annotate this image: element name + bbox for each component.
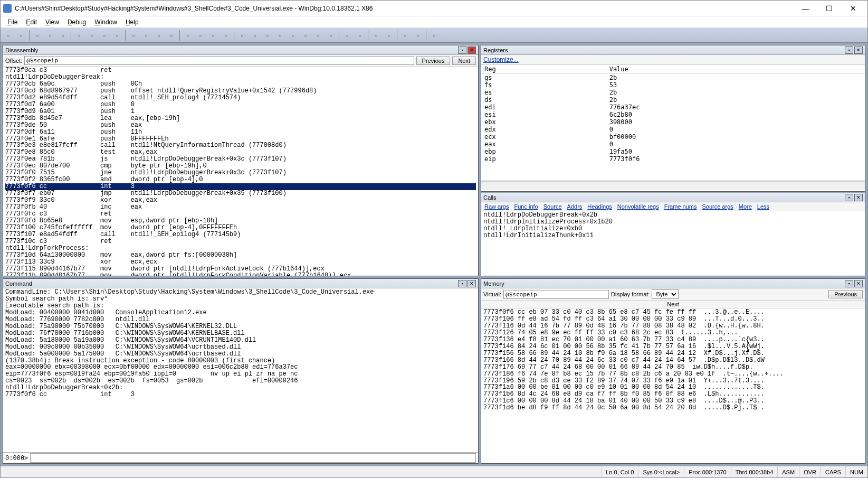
toolbar-win7-icon[interactable]: ▫	[312, 30, 324, 41]
panel-menu-icon[interactable]: ▪	[845, 194, 853, 201]
disasm-line[interactable]: ntdll!LdrpForkProcess:	[5, 245, 476, 252]
menu-file[interactable]: File	[3, 17, 22, 27]
register-row[interactable]: edx0	[481, 126, 865, 133]
disasm-line[interactable]: 7773f113 33c9 xor ecx,ecx	[5, 259, 476, 266]
disasm-line[interactable]: 7773f10d 64a130000000 mov eax,dword ptr …	[5, 252, 476, 259]
panel-close-icon[interactable]: ✕	[854, 46, 863, 54]
disasm-line[interactable]: 7773f100 c745fcfeffffff mov dword ptr [e…	[5, 224, 476, 231]
command-output[interactable]: CommandLine: C:\Users\Shin\Desktop\Study…	[3, 288, 478, 452]
toolbar-step-over-icon[interactable]: ▫	[140, 30, 152, 41]
menu-debug[interactable]: Debug	[63, 17, 90, 27]
toolbar-mem-icon[interactable]: ▫	[370, 30, 382, 41]
calls-link-less[interactable]: Less	[757, 203, 769, 210]
register-row[interactable]: ecxbf00000	[481, 133, 865, 140]
register-row[interactable]: fs53	[481, 81, 865, 89]
menu-help[interactable]: Help	[121, 17, 143, 27]
disasm-line[interactable]: 7773f0d7 6a00 push 0	[5, 101, 476, 108]
toolbar-win6-icon[interactable]: ▫	[300, 30, 311, 41]
disasm-line[interactable]: 7773f0ca c3 ret	[5, 67, 476, 74]
toolbar-stop-icon[interactable]: ▫	[99, 30, 110, 41]
menu-window[interactable]: Window	[90, 17, 121, 27]
virtual-input[interactable]	[503, 290, 609, 299]
panel-close-icon[interactable]: ✕	[854, 280, 863, 287]
toolbar-new-icon[interactable]: ▫	[354, 30, 366, 41]
toolbar-win2-icon[interactable]: ▫	[249, 30, 261, 41]
toolbar-paste-icon[interactable]: ▫	[57, 30, 69, 41]
maximize-button[interactable]: ☐	[817, 1, 841, 16]
toolbar-win5-icon[interactable]: ▫	[287, 30, 299, 41]
toolbar-font-icon[interactable]: ▫	[399, 30, 411, 41]
registers-hscroll[interactable]	[481, 181, 865, 190]
register-row[interactable]: eip7773f0f6	[481, 155, 865, 163]
toolbar-mem2-icon[interactable]: ▫	[383, 30, 395, 41]
registers-table[interactable]: Reg Value gs2bfs53es2bds2bedi776a37ecesi…	[481, 65, 865, 181]
register-row[interactable]: ebp19fa50	[481, 148, 865, 155]
disasm-line[interactable]: 7773f0fd 8b65e8 mov esp,dword ptr [ebp-1…	[5, 218, 476, 224]
toolbar-bp2-icon[interactable]: ▫	[195, 30, 206, 41]
toolbar-break-icon[interactable]: ▫	[111, 30, 123, 41]
toolbar-step-out-icon[interactable]: ▫	[153, 30, 165, 41]
calls-link-frame-nums[interactable]: Frame nums	[664, 203, 697, 210]
toolbar-win3-icon[interactable]: ▫	[262, 30, 273, 41]
toolbar-step-into-icon[interactable]: ▫	[128, 30, 139, 41]
calls-link-addrs[interactable]: Addrs	[567, 203, 583, 210]
memory-body[interactable]: 7773f0f6 cc eb 07 33 c0 40 c3 8b 65 e8 c…	[481, 308, 865, 463]
calls-link-source[interactable]: Source	[543, 203, 562, 210]
disassembly-body[interactable]: 7773f0ca c3 retntdll!LdrpDoDebuggerBreak…	[3, 67, 478, 276]
close-button[interactable]: ✕	[841, 1, 865, 16]
register-row[interactable]: ds2b	[481, 96, 865, 104]
disasm-line[interactable]: ntdll!LdrpDoDebuggerBreak:	[5, 74, 476, 81]
toolbar-run-to-icon[interactable]: ▫	[166, 30, 177, 41]
calls-link-source-args[interactable]: Source args	[702, 203, 733, 210]
menu-edit[interactable]: Edit	[22, 17, 41, 27]
panel-menu-icon[interactable]: ▪	[845, 46, 853, 54]
panel-menu-icon[interactable]: ▪	[458, 46, 466, 54]
toolbar-win8-icon[interactable]: ▫	[325, 30, 337, 41]
disasm-line[interactable]: 7773f0cb 6a0c push 0Ch	[5, 81, 476, 88]
menu-view[interactable]: View	[41, 17, 63, 27]
toolbar-cut-icon[interactable]: ▫	[32, 30, 43, 41]
calls-link-more[interactable]: More	[739, 203, 752, 210]
disasm-line[interactable]: 7773f0cd 68d8967977 push offset ntdll!Qu…	[5, 88, 476, 95]
calls-link-headings[interactable]: Headings	[587, 203, 612, 210]
minimize-button[interactable]: —	[794, 1, 817, 16]
memory-next-button[interactable]: Next	[481, 301, 865, 308]
memory-prev-button[interactable]: Previous	[828, 290, 863, 298]
offset-input[interactable]	[24, 56, 414, 65]
toolbar-src-icon[interactable]: ▫	[220, 30, 232, 41]
panel-menu-icon[interactable]: ▪	[845, 280, 853, 287]
toolbar-cmd-icon[interactable]: ▫	[341, 30, 353, 41]
disasm-line[interactable]: 7773f0d2 e89d54fdff call ntdll!_SEH_prol…	[5, 95, 476, 101]
calls-link-raw-args[interactable]: Raw args	[484, 203, 509, 210]
register-row[interactable]: eax0	[481, 140, 865, 148]
customize-link[interactable]: Customize...	[483, 56, 519, 63]
register-row[interactable]: edi776a37ec	[481, 104, 865, 111]
calls-body[interactable]: ntdll!LdrpDoDebuggerBreak+0x2b ntdll!Ldr…	[481, 211, 865, 276]
register-row[interactable]: gs2b	[481, 74, 865, 82]
panel-close-icon[interactable]: ✕	[854, 194, 863, 201]
calls-link-func-info[interactable]: Func info	[514, 203, 538, 210]
panel-close-icon[interactable]: ✕	[468, 280, 476, 287]
disasm-prev-button[interactable]: Previous	[416, 57, 451, 65]
toolbar-bp3-icon[interactable]: ▫	[207, 30, 219, 41]
disasm-line[interactable]: 7773f0de 50 push eax	[5, 122, 476, 129]
toolbar-font2-icon[interactable]: ▫	[412, 30, 424, 41]
command-input[interactable]	[30, 453, 476, 463]
register-row[interactable]: esi6c2b80	[481, 111, 865, 118]
format-select[interactable]: Byte	[652, 289, 679, 299]
toolbar-win4-icon[interactable]: ▫	[274, 30, 286, 41]
toolbar-win1-icon[interactable]: ▫	[236, 30, 248, 41]
panel-close-icon[interactable]: ✕	[468, 46, 476, 54]
calls-link-nonvolatile-regs[interactable]: Nonvolatile regs	[617, 203, 659, 210]
disasm-next-button[interactable]: Next	[452, 57, 476, 65]
toolbar-open-icon[interactable]: ▫	[3, 30, 14, 41]
register-row[interactable]: ebx398000	[481, 118, 865, 126]
toolbar-copy-icon[interactable]: ▫	[44, 30, 56, 41]
panel-menu-icon[interactable]: ▪	[458, 280, 466, 287]
toolbar-go-icon[interactable]: ▫	[73, 30, 85, 41]
disasm-line[interactable]: 7773f107 e8ad54fdff call ntdll!_SEH_epil…	[5, 231, 476, 238]
disasm-line[interactable]: 7773f115 890d44167b77 mov dword ptr [ntd…	[5, 266, 476, 273]
register-row[interactable]: es2b	[481, 89, 865, 96]
disasm-line[interactable]: 7773f0db 8d45e7 lea eax,[ebp-19h]	[5, 115, 476, 122]
toolbar-options-icon[interactable]: ▫	[428, 30, 440, 41]
